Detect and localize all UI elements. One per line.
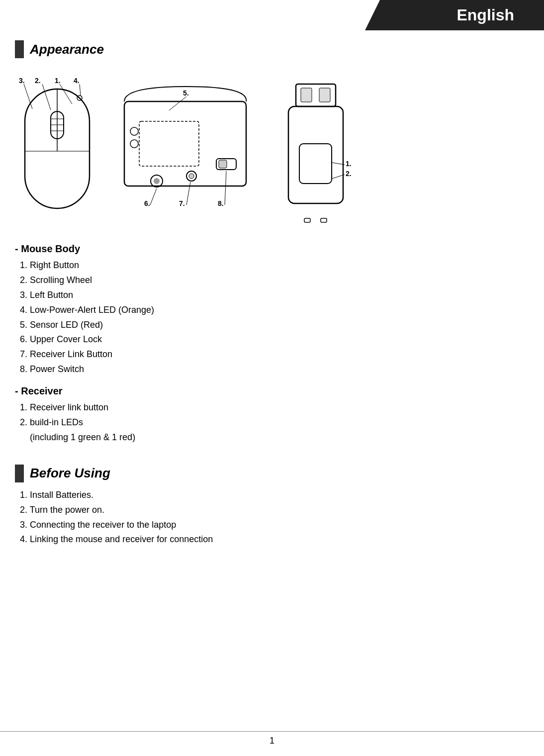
page-language-title: English <box>365 0 544 30</box>
svg-text:2.: 2. <box>35 77 41 85</box>
svg-line-34 <box>225 171 226 205</box>
svg-line-14 <box>42 84 51 110</box>
receiver-diagram: 1. 2. <box>273 79 358 233</box>
before-item-4: 4. Linking the mouse and receiver for co… <box>20 533 529 547</box>
mouse-body-title: - Mouse Body <box>15 243 529 255</box>
before-using-title: Before Using <box>30 466 110 481</box>
mouse-item-5: 5. Sensor LED (Red) <box>20 318 529 332</box>
svg-text:1.: 1. <box>346 160 352 168</box>
diagrams-area: 3. 2. 1. 4. <box>15 64 529 233</box>
svg-point-24 <box>189 174 194 179</box>
section-bar-before-icon <box>15 465 24 482</box>
mouse-item-8: 8. Power Switch <box>20 363 529 377</box>
svg-point-25 <box>130 127 138 135</box>
svg-line-15 <box>60 84 72 104</box>
svg-rect-41 <box>321 218 327 222</box>
svg-line-30 <box>150 189 157 205</box>
mouse-top-svg: 3. 2. 1. 4. <box>15 64 99 218</box>
svg-rect-36 <box>301 88 312 102</box>
before-item-2: 2. Turn the power on. <box>20 503 529 517</box>
svg-text:6.: 6. <box>144 199 150 207</box>
before-using-heading: Before Using <box>15 465 529 482</box>
mouse-item-7: 7. Receiver Link Button <box>20 348 529 362</box>
mouse-item-1: 1. Right Button <box>20 259 529 273</box>
footer: 1 <box>0 731 544 746</box>
appearance-title: Appearance <box>30 42 104 57</box>
svg-text:4.: 4. <box>74 77 80 85</box>
svg-rect-20 <box>219 160 227 168</box>
receiver-item-2: 2. build-in LEDs <box>20 416 529 430</box>
svg-rect-17 <box>124 101 246 186</box>
mouse-item-2: 2. Scrolling Wheel <box>20 274 529 287</box>
receiver-item-1: 1. Receiver link button <box>20 401 529 415</box>
mouse-item-4: 4. Low-Power-Alert LED (Orange) <box>20 303 529 317</box>
svg-line-28 <box>169 96 186 110</box>
receiver-item-2-indent: (including 1 green & 1 red) <box>30 431 529 445</box>
mouse-side-svg: 5. 6. 7. 8. <box>109 74 264 228</box>
svg-rect-38 <box>288 106 343 203</box>
receiver-svg: 1. 2. <box>273 79 358 233</box>
svg-rect-37 <box>319 88 330 102</box>
svg-text:5.: 5. <box>183 89 189 97</box>
appearance-heading: Appearance <box>15 40 529 58</box>
svg-text:2.: 2. <box>346 170 352 178</box>
mouse-side-diagram: 5. 6. 7. 8. <box>109 74 264 228</box>
svg-text:7.: 7. <box>179 199 185 207</box>
svg-line-16 <box>80 84 81 95</box>
mouse-body-section: - Mouse Body 1. Right Button 2. Scrollin… <box>15 243 529 377</box>
before-item-1: 1. Install Batteries. <box>20 488 529 502</box>
receiver-section: - Receiver 1. Receiver link button 2. bu… <box>15 385 529 445</box>
svg-text:1.: 1. <box>55 77 61 85</box>
svg-point-26 <box>130 140 138 148</box>
before-item-3: 3. Connecting the receiver to the laptop <box>20 518 529 532</box>
svg-line-13 <box>24 84 32 109</box>
page-number: 1 <box>270 736 274 746</box>
svg-point-22 <box>154 178 160 184</box>
before-using-list: 1. Install Batteries. 2. Turn the power … <box>15 488 529 547</box>
svg-text:8.: 8. <box>218 199 224 207</box>
mouse-item-3: 3. Left Button <box>20 288 529 302</box>
header: English <box>0 0 544 30</box>
section-bar-icon <box>15 40 24 58</box>
svg-rect-40 <box>304 218 310 222</box>
svg-rect-18 <box>139 121 199 166</box>
mouse-top-diagram: 3. 2. 1. 4. <box>15 64 99 218</box>
mouse-item-6: 6. Upper Cover Lock <box>20 333 529 347</box>
svg-text:3.: 3. <box>19 77 25 85</box>
receiver-title: - Receiver <box>15 385 529 397</box>
svg-rect-39 <box>299 144 332 184</box>
